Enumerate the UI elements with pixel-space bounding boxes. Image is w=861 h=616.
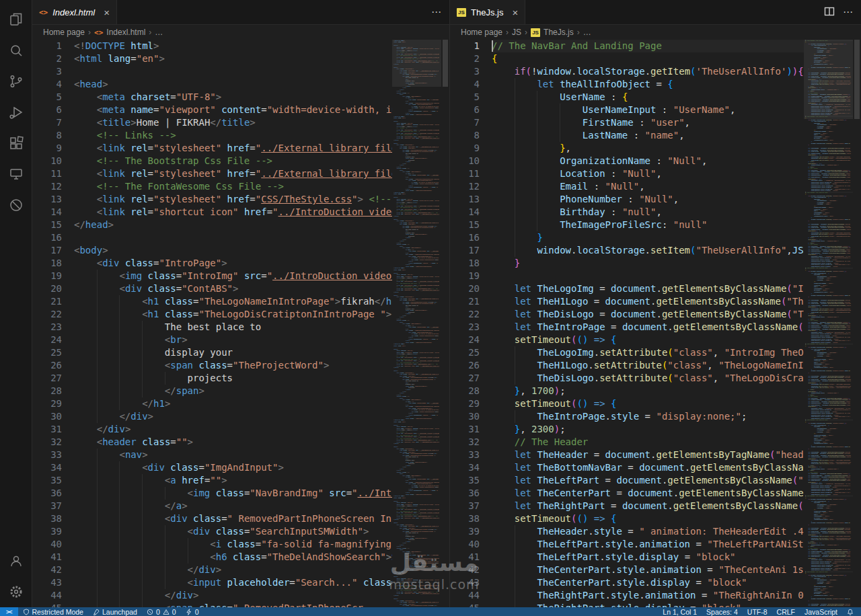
tab-close-icon[interactable]: ×: [104, 7, 110, 18]
breadcrumb-item[interactable]: TheJs.js: [544, 28, 574, 37]
more-actions-icon[interactable]: ⋯: [843, 6, 853, 18]
vscode-window: <> Indexl.html × ⋯ Home page › <> Indexl…: [0, 0, 861, 616]
launchpad-status-item[interactable]: Launchpad: [88, 607, 142, 616]
code-line: The best place to: [74, 321, 392, 334]
breadcrumb-item[interactable]: Home page: [43, 28, 85, 37]
code-line: <div class="IntroPage">: [74, 257, 392, 270]
code-line: <meta name="viewport" content="width=dev…: [74, 104, 392, 116]
breadcrumb: Home page › <> Indexl.html › …: [32, 25, 449, 40]
code-line: let TheBottomNavBar = document.getElemen…: [492, 461, 804, 474]
warning-icon: [163, 609, 170, 615]
code-line: }, 1700);: [492, 385, 804, 397]
accounts-icon[interactable]: [0, 545, 32, 576]
code-line: TheIntroPage.style = "display:none;";: [492, 410, 804, 423]
chevron-right-icon: ›: [149, 28, 151, 37]
indentation-status[interactable]: Spaces: 4: [702, 608, 743, 616]
code-line: {: [492, 52, 804, 65]
code-line: </div>: [74, 410, 392, 423]
code-line: <body>: [74, 244, 392, 257]
code-line: },: [492, 142, 804, 155]
code-line: </a>: [74, 500, 392, 512]
language-mode-status[interactable]: JavaScript: [800, 608, 842, 616]
code-line: TheImageProFileSrc: "null": [492, 219, 804, 231]
code-line: </span>: [74, 385, 392, 397]
settings-gear-icon[interactable]: [0, 576, 32, 607]
code-line: setTimeout(() => {: [492, 512, 804, 525]
text-cursor: [492, 40, 493, 52]
code-line: <i class="fa-solid fa-magnifying-gla: [74, 538, 392, 551]
code-line: let TheHeader = document.getElementsByTa…: [492, 449, 804, 461]
zap-icon: [186, 609, 192, 615]
rocket-icon: [93, 609, 100, 615]
encoding-status[interactable]: UTF-8: [743, 608, 772, 616]
tabbar-empty-space: [525, 0, 816, 24]
vertical-scrollbar[interactable]: [441, 40, 449, 608]
code-line: LastName : "name",: [492, 129, 804, 142]
code-line: <h1 class="TheLogoNameInIntroPage">fikra…: [74, 295, 392, 308]
notifications-bell-icon[interactable]: [842, 609, 858, 615]
code-editor[interactable]: // The NavBar And Landing Page{ if(!wind…: [492, 40, 804, 608]
line-numbers: 1234567891011121314151617181920212223242…: [32, 40, 74, 608]
code-line: <head>: [74, 78, 392, 91]
tab-indexl-html[interactable]: <> Indexl.html ×: [32, 0, 117, 24]
activity-bar: [0, 0, 32, 607]
source-control-icon[interactable]: [0, 66, 32, 97]
chevron-right-icon: ›: [88, 28, 91, 37]
code-line: <img class="IntroImg" src="../IntroDucti…: [74, 270, 392, 282]
code-line: <!-- Links -->: [74, 129, 392, 142]
cursor-position-status[interactable]: Ln 1, Col 1: [658, 608, 702, 616]
code-editor[interactable]: <!DOCTYPE html><html lang="en"><head> <m…: [74, 40, 392, 608]
breadcrumb-item[interactable]: …: [155, 28, 163, 37]
code-line: </head>: [74, 219, 392, 231]
tab-close-icon[interactable]: ×: [512, 7, 518, 18]
remote-explorer-icon[interactable]: [0, 159, 32, 190]
eol-status[interactable]: CRLF: [772, 608, 800, 616]
code-line: <title>Home | FIKRAH</title>: [74, 116, 392, 129]
search-icon[interactable]: [0, 35, 32, 66]
code-line: let theAllInfoObject = {: [492, 78, 804, 91]
code-line: <h6 class="TheDelAndShowSearch">Sear: [74, 551, 392, 564]
code-line: <!-- The Bootstrap Css File -->: [74, 155, 392, 167]
code-line: TheHeader.style = " animation: TheHeader…: [492, 525, 804, 538]
remote-indicator-icon[interactable]: ><: [0, 607, 18, 616]
more-actions-icon[interactable]: ⋯: [431, 6, 441, 18]
code-line: </h1>: [74, 397, 392, 410]
problems-status-item[interactable]: 0 0: [142, 607, 181, 616]
code-line: let TheRightPart = document.getElementsB…: [492, 500, 804, 512]
code-line: [74, 65, 392, 78]
editor-group-js: JS TheJs.js × ⋯ Home page › JS › JS TheJ…: [449, 0, 861, 607]
breadcrumb-item[interactable]: Indexl.html: [106, 28, 145, 37]
html-file-icon: <>: [94, 28, 103, 37]
restricted-mode-badge[interactable]: Restricted Mode: [18, 607, 88, 616]
shield-icon: [23, 609, 30, 615]
split-editor-icon[interactable]: [824, 6, 835, 19]
chevron-right-icon: ›: [525, 28, 527, 37]
extension-status-item[interactable]: 0: [181, 607, 204, 616]
html-file-icon: <>: [39, 8, 48, 17]
code-line: <div class=" RemovedPartInPhoneScreen In…: [74, 512, 392, 525]
live-server-icon[interactable]: [0, 190, 32, 221]
code-line: TheCenterPart.style.display = "block": [492, 576, 804, 589]
minimap[interactable]: // The NavBar And Landing Page{ if(!wind…: [804, 40, 853, 608]
code-line: <div class="ImgAndInput">: [74, 461, 392, 474]
breadcrumb-item[interactable]: JS: [512, 28, 521, 37]
scrollbar-thumb[interactable]: [443, 40, 448, 87]
scrollbar-thumb[interactable]: [854, 40, 860, 119]
minimap[interactable]: <!DOCTYPE html><html lang="en"><head> <m…: [392, 40, 441, 608]
breadcrumb-item[interactable]: …: [583, 28, 591, 37]
vertical-scrollbar[interactable]: [853, 40, 861, 608]
code-line: <link rel="shortcut icon" href="../Intro…: [74, 206, 392, 219]
code-line: <nav>: [74, 449, 392, 461]
js-file-icon: JS: [531, 28, 540, 37]
code-line: <span class="TheProjectWord">: [74, 359, 392, 372]
code-line: display your: [74, 346, 392, 359]
explorer-icon[interactable]: [0, 4, 32, 35]
code-line: // The NavBar And Landing Page: [492, 40, 804, 52]
tab-thejs-js[interactable]: JS TheJs.js ×: [450, 0, 525, 24]
code-line: let TheLeftPart = document.getElementsBy…: [492, 474, 804, 487]
breadcrumb-item[interactable]: Home page: [461, 28, 502, 37]
run-and-debug-icon[interactable]: [0, 97, 32, 128]
js-file-icon: JS: [457, 8, 466, 17]
extensions-icon[interactable]: [0, 128, 32, 159]
code-line: TheLogoImg.setAttribute("class", "IntroI…: [492, 346, 804, 359]
